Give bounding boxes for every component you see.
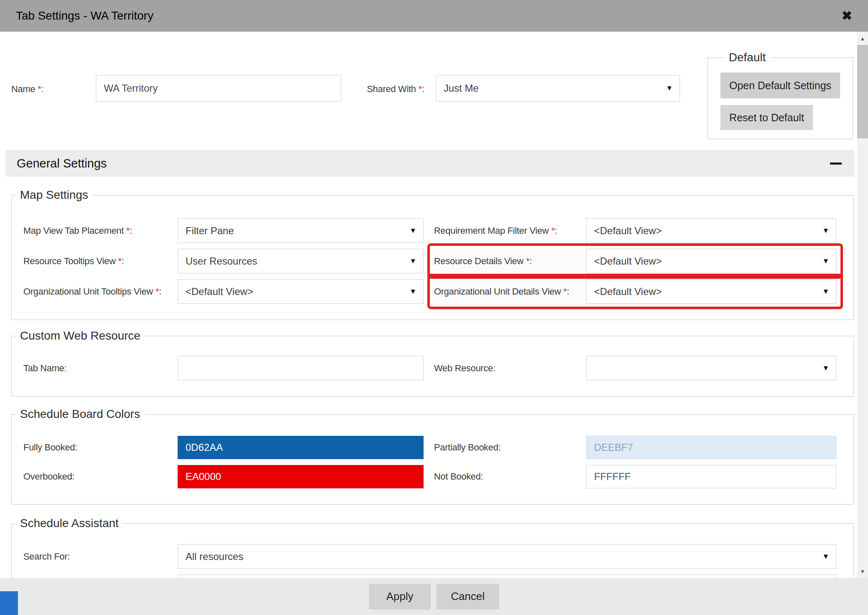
fully-booked-label: Fully Booked: bbox=[23, 442, 178, 453]
resource-tooltips-view-select[interactable]: User Resources ▼ bbox=[178, 249, 424, 273]
form-row: Tab Name: Web Resource: ▼ bbox=[23, 356, 853, 380]
name-input[interactable] bbox=[96, 75, 341, 102]
scroll-up-button[interactable]: ▲ bbox=[857, 32, 868, 44]
requirement-map-filter-view-label: Requirement Map Filter View*: bbox=[434, 225, 586, 236]
organizational-unit-details-view-label: Organizational Unit Details View*: bbox=[434, 286, 586, 297]
map-view-tab-placement-label: Map View Tab Placement*: bbox=[23, 225, 178, 236]
vertical-scrollbar[interactable]: ▲ ▼ bbox=[857, 32, 868, 578]
overbooked-color-input[interactable]: EA0000 bbox=[178, 465, 424, 488]
chevron-down-icon: ▼ bbox=[409, 227, 416, 235]
chevron-down-icon: ▼ bbox=[666, 84, 673, 92]
shared-with-select[interactable]: Just Me ▼ bbox=[436, 75, 680, 102]
general-settings-title: General Settings bbox=[17, 157, 107, 170]
cancel-button[interactable]: Cancel bbox=[437, 584, 499, 610]
annotation-highlight-box: Organizational Unit Details View*: <Defa… bbox=[430, 276, 840, 307]
form-row: Search For: All resources ▼ bbox=[23, 544, 853, 569]
search-for-select[interactable]: All resources ▼ bbox=[178, 544, 836, 569]
required-marker: * bbox=[526, 256, 529, 266]
selected-value: <Default View> bbox=[594, 225, 662, 237]
custom-web-resource-legend: Custom Web Resource bbox=[16, 329, 145, 342]
schedule-board-colors-group: Schedule Board Colors Fully Booked: 0D62… bbox=[11, 408, 854, 505]
dialog-titlebar: Tab Settings - WA Territory ✖ bbox=[0, 0, 868, 32]
required-marker: * bbox=[118, 256, 121, 266]
dialog-body: Name*: Shared With*: Just Me ▼ Default O… bbox=[0, 32, 857, 578]
required-marker: * bbox=[126, 225, 130, 236]
organizational-unit-tooltips-view-select[interactable]: <Default View> ▼ bbox=[178, 279, 424, 304]
tab-name-input[interactable] bbox=[178, 356, 424, 380]
name-label: Name*: bbox=[11, 84, 44, 95]
annotation-highlight-box: Resource Details View*: <Default View> ▼ bbox=[430, 246, 840, 276]
overbooked-label: Overbooked: bbox=[23, 471, 178, 482]
chevron-down-icon: ▼ bbox=[409, 257, 416, 265]
chevron-down-icon: ▼ bbox=[409, 288, 416, 296]
search-for-label: Search For: bbox=[23, 551, 178, 562]
chevron-down-icon: ▼ bbox=[822, 364, 829, 372]
field-pair: Requirement Map Filter View*: <Default V… bbox=[434, 218, 836, 243]
field-pair: Not Booked: FFFFFF bbox=[434, 465, 836, 488]
chevron-down-icon: ▼ bbox=[822, 288, 829, 296]
selected-value: All resources bbox=[186, 551, 243, 562]
apply-button[interactable]: Apply bbox=[369, 584, 431, 610]
chevron-down-icon: ▼ bbox=[822, 552, 829, 561]
partially-booked-label: Partially Booked: bbox=[434, 442, 586, 453]
reset-to-default-button[interactable]: Reset to Default bbox=[720, 105, 813, 130]
chevron-down-icon: ▼ bbox=[822, 257, 829, 265]
shared-with-label: Shared With*: bbox=[367, 84, 424, 95]
dialog-footer: Apply Cancel bbox=[0, 578, 868, 615]
schedule-board-colors-legend: Schedule Board Colors bbox=[16, 408, 144, 421]
map-settings-group: Map Settings Map View Tab Placement*: Fi… bbox=[11, 188, 854, 320]
web-resource-select[interactable]: ▼ bbox=[586, 356, 836, 380]
selected-value: Filter Pane bbox=[186, 225, 234, 237]
resource-details-view-label: Resource Details View*: bbox=[434, 256, 586, 267]
selected-value: Just Me bbox=[444, 82, 479, 94]
organizational-unit-details-view-select[interactable]: <Default View> ▼ bbox=[586, 279, 836, 304]
map-settings-legend: Map Settings bbox=[16, 188, 92, 202]
field-pair: Web Resource: ▼ bbox=[434, 356, 836, 380]
schedule-assistant-group: Schedule Assistant Search For: All resou… bbox=[11, 517, 854, 578]
tab-settings-dialog: Tab Settings - WA Territory ✖ Name*: Sha… bbox=[0, 0, 868, 615]
scroll-down-icon: ▼ bbox=[860, 568, 865, 575]
tab-name-label: Tab Name: bbox=[23, 363, 178, 374]
required-marker: * bbox=[156, 286, 159, 297]
not-booked-label: Not Booked: bbox=[434, 471, 586, 482]
web-resource-label: Web Resource: bbox=[434, 363, 586, 374]
fully-booked-color-input[interactable]: 0D62AA bbox=[178, 436, 424, 459]
selected-value: <Default View> bbox=[594, 286, 662, 298]
scroll-up-icon: ▲ bbox=[860, 35, 865, 42]
requirement-map-filter-view-select[interactable]: <Default View> ▼ bbox=[586, 218, 836, 243]
required-marker: * bbox=[38, 84, 41, 94]
dialog-title: Tab Settings - WA Territory bbox=[16, 9, 153, 22]
selected-value: <Default View> bbox=[186, 286, 253, 298]
organizational-unit-tooltips-view-label: Organizational Unit Tooltips View*: bbox=[23, 286, 178, 297]
close-icon[interactable]: ✖ bbox=[842, 10, 852, 22]
default-group-legend: Default bbox=[725, 51, 770, 64]
selected-value: <Default View> bbox=[594, 255, 662, 267]
selected-value: User Resources bbox=[186, 255, 257, 267]
open-default-settings-button[interactable]: Open Default Settings bbox=[720, 72, 840, 98]
field-pair: Partially Booked: DEEBF7 bbox=[434, 436, 836, 459]
background-artifact bbox=[0, 591, 18, 615]
form-row: Resource Tooltips View*: User Resources … bbox=[23, 249, 853, 273]
scrollbar-thumb[interactable] bbox=[857, 45, 868, 138]
form-row: Organizational Unit Tooltips View*: <Def… bbox=[23, 279, 853, 304]
resource-tooltips-view-label: Resource Tooltips View*: bbox=[23, 256, 178, 267]
required-marker: * bbox=[563, 286, 567, 297]
chevron-down-icon: ▼ bbox=[822, 227, 829, 235]
not-booked-color-input[interactable]: FFFFFF bbox=[586, 465, 836, 488]
clipped-next-field[interactable] bbox=[178, 575, 836, 578]
required-marker: * bbox=[419, 84, 422, 94]
general-settings-header[interactable]: General Settings bbox=[5, 150, 854, 177]
partially-booked-color-input[interactable]: DEEBF7 bbox=[586, 436, 836, 459]
custom-web-resource-group: Custom Web Resource Tab Name: Web Resour… bbox=[11, 329, 854, 397]
schedule-assistant-legend: Schedule Assistant bbox=[16, 517, 123, 530]
collapse-icon[interactable] bbox=[830, 162, 842, 165]
map-view-tab-placement-select[interactable]: Filter Pane ▼ bbox=[178, 218, 424, 243]
default-group: Default Open Default Settings Reset to D… bbox=[707, 51, 853, 139]
form-row: Map View Tab Placement*: Filter Pane ▼ R… bbox=[23, 218, 853, 243]
resource-details-view-select[interactable]: <Default View> ▼ bbox=[586, 249, 836, 273]
form-row: Fully Booked: 0D62AA Partially Booked: D… bbox=[23, 436, 853, 459]
form-row: Overbooked: EA0000 Not Booked: FFFFFF bbox=[23, 465, 853, 488]
scroll-down-button[interactable]: ▼ bbox=[857, 565, 868, 577]
